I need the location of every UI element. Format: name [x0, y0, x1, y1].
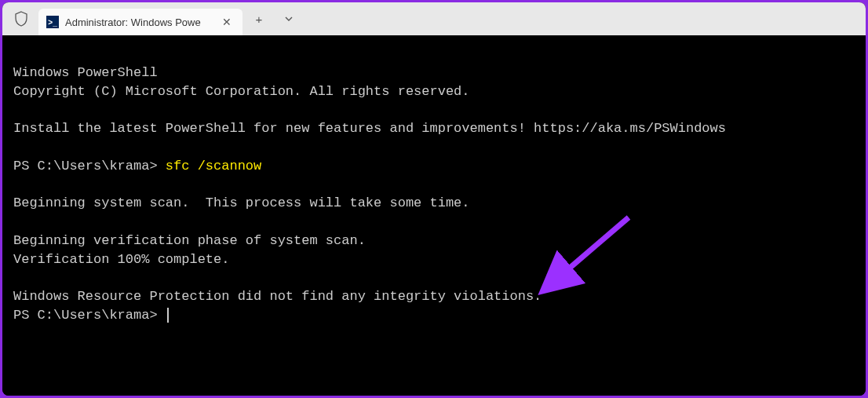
- svg-line-1: [546, 217, 629, 288]
- terminal-prompt: PS C:\Users\krama>: [13, 308, 158, 323]
- terminal-prompt: PS C:\Users\krama>: [13, 159, 166, 173]
- terminal-output[interactable]: Windows PowerShell Copyright (C) Microso…: [2, 35, 866, 396]
- terminal-line: Beginning verification phase of system s…: [13, 233, 366, 248]
- terminal-line: Install the latest PowerShell for new fe…: [13, 121, 726, 136]
- titlebar: >_ Administrator: Windows Powe ✕ +: [2, 2, 866, 35]
- terminal-line: Verification 100% complete.: [13, 252, 229, 267]
- chevron-down-icon: [284, 14, 294, 24]
- tab-close-button[interactable]: ✕: [219, 14, 235, 30]
- cursor: [167, 308, 169, 323]
- terminal-window: >_ Administrator: Windows Powe ✕ + Windo…: [2, 2, 866, 396]
- terminal-line: Windows Resource Protection did not find…: [13, 289, 542, 304]
- shield-icon: [13, 11, 29, 27]
- annotation-arrow-icon: [534, 210, 644, 304]
- new-tab-button[interactable]: +: [246, 6, 272, 31]
- terminal-command: sfc /scannow: [166, 159, 261, 173]
- powershell-icon: >_: [46, 16, 59, 28]
- tab-title: Administrator: Windows Powe: [65, 16, 213, 28]
- terminal-line: Copyright (C) Microsoft Corporation. All…: [13, 84, 470, 99]
- tab-dropdown-button[interactable]: [275, 6, 302, 31]
- terminal-line: Windows PowerShell: [13, 65, 158, 80]
- tab-powershell[interactable]: >_ Administrator: Windows Powe ✕: [38, 9, 243, 35]
- terminal-line: Beginning system scan. This process will…: [13, 195, 470, 210]
